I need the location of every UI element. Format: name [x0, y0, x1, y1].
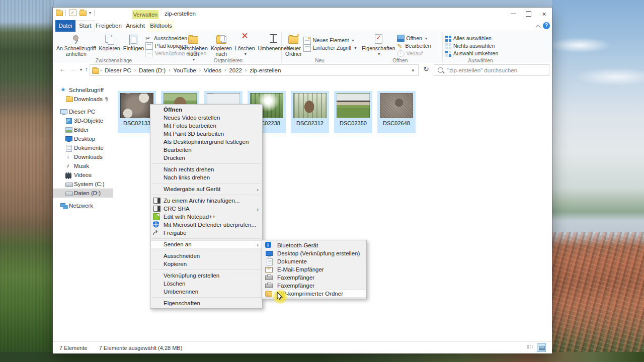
properties-quick-icon[interactable]: ✓ [69, 10, 76, 16]
explorer-folder-icon[interactable] [56, 10, 62, 16]
submenu-item-desktop[interactable]: Desktop (Verknüpfung erstellen) [262, 249, 366, 257]
menu-item-loeschen[interactable]: Löschen [150, 280, 262, 288]
menu-item-archiv-hinzufuegen[interactable]: Zu einem Archiv hinzufügen... [150, 197, 262, 205]
submenu-item-email[interactable]: E-Mail-Empfänger [262, 265, 366, 274]
refresh-icon[interactable]: ↻ [421, 65, 431, 73]
file-tile[interactable]: DSC02648 [377, 91, 416, 133]
back-button[interactable]: ← [58, 65, 67, 73]
forward-button[interactable]: → [68, 65, 77, 73]
menu-item-wiedergabe[interactable]: Wiedergabe auf Gerät› [150, 185, 262, 193]
sidebar-item-dokumente[interactable]: Dokumente [53, 143, 113, 152]
menu-item-paint3d[interactable]: Mit Paint 3D bearbeiten [150, 130, 262, 138]
details-view-button[interactable] [526, 343, 535, 352]
address-box[interactable]: › Dieser PC › Daten (D:) › YouTube › Vid… [90, 64, 419, 76]
sidebar-item-musik[interactable]: Musik [53, 161, 113, 170]
menu-item-ausschneiden[interactable]: Ausschneiden [150, 252, 262, 260]
address-dropdown-arrow[interactable]: ▾ [412, 68, 416, 73]
menu-item-umbenennen[interactable]: Umbenennen [150, 288, 262, 296]
minimize-button[interactable] [505, 8, 521, 20]
sidebar-item-desktop[interactable]: Desktop [53, 134, 113, 143]
menu-item-senden-an[interactable]: Senden an› [150, 240, 262, 248]
breadcrumb-daten-d[interactable]: Daten (D:) [136, 67, 168, 73]
history-clock-icon [397, 50, 405, 57]
zip-folder-icon [265, 291, 272, 296]
menu-item-crc-sha[interactable]: CRC SHA› [150, 205, 262, 213]
close-button[interactable]: × [536, 8, 552, 20]
new-item-icon [303, 37, 311, 44]
search-box[interactable] [434, 64, 549, 76]
sidebar-item-netzwerk[interactable]: Netzwerk [53, 201, 113, 210]
title-bar[interactable]: ✓ ▾ Verwalten zip-erstellen × [53, 8, 552, 20]
sidebar-item-dieser-pc[interactable]: Dieser PC [53, 107, 113, 116]
copy-button[interactable]: Kopieren [98, 34, 122, 52]
sidebar-item-system-c[interactable]: System (C:) [53, 179, 113, 189]
breadcrumb-youtube[interactable]: YouTube [171, 67, 198, 73]
tab-bildtools[interactable]: Bildtools [147, 20, 175, 32]
customize-toolbar-arrow[interactable]: ▾ [89, 11, 91, 15]
sidebar-item-videos[interactable]: Videos [53, 170, 113, 179]
history-button[interactable]: Verlauf [397, 50, 431, 57]
menu-item-rechts-drehen[interactable]: Nach rechts drehen [150, 165, 262, 173]
help-icon[interactable]: ? [543, 22, 550, 29]
menu-item-oeffnen[interactable]: Öffnen [150, 106, 262, 114]
edit-button[interactable]: Bearbeiten [397, 42, 431, 49]
menu-item-eigenschaften[interactable]: Eigenschaften [150, 299, 262, 307]
menu-item-desktophintergrund[interactable]: Als Desktophintergrund festlegen [150, 138, 262, 146]
documents-icon [65, 144, 72, 151]
delete-button[interactable]: Löschen [233, 34, 257, 57]
breadcrumb-zip-erstellen[interactable]: zip-erstellen [247, 67, 283, 73]
invert-selection-icon [445, 50, 451, 57]
new-folder-button[interactable]: Neuer Ordner [284, 34, 303, 57]
open-button[interactable]: Öffnen [397, 35, 431, 42]
menu-item-notepadpp[interactable]: Edit with Notepad++ [150, 213, 262, 221]
menu-item-verknuepfung[interactable]: Verknüpfung erstellen [150, 272, 262, 280]
sidebar-item-bilder[interactable]: Bilder [53, 125, 113, 134]
sidebar-item-schnellzugriff[interactable]: Schnellzugriff [53, 85, 113, 95]
submenu-item-fax-2[interactable]: Faxempfänger [262, 282, 366, 290]
properties-button[interactable]: Eigenschaften [360, 34, 397, 57]
wallpaper-grass [0, 352, 644, 362]
menu-item-defender[interactable]: Mit Microsoft Defender überprüfen... [150, 221, 262, 229]
file-name: DSC02648 [377, 120, 416, 126]
sidebar-item-downloads-pinned[interactable]: Downloads [53, 95, 113, 104]
menu-item-drucken[interactable]: Drucken [150, 154, 262, 162]
tab-start[interactable]: Start [75, 20, 95, 32]
breadcrumb-dieser-pc[interactable]: Dieser PC [102, 67, 133, 73]
menu-item-links-drehen[interactable]: Nach links drehen [150, 173, 262, 182]
maximize-button[interactable] [521, 8, 536, 20]
file-tile[interactable]: DSC02312 [291, 91, 329, 133]
menu-item-freigabe[interactable]: Freigabe [150, 229, 262, 237]
menu-item-neues-video[interactable]: Neues Video erstellen [150, 114, 262, 122]
collapse-ribbon-icon[interactable] [536, 25, 540, 29]
breadcrumb-2022[interactable]: 2022 [226, 67, 245, 73]
breadcrumb-videos[interactable]: Videos [201, 67, 224, 73]
new-item-button[interactable]: Neues Element [303, 37, 357, 44]
downloads-icon [65, 153, 72, 160]
file-tile[interactable]: DSC02350 [334, 91, 372, 133]
sidebar-item-daten-d[interactable]: Daten (D:) [53, 189, 113, 198]
navigation-pane: Schnellzugriff Downloads Dieser PC 3D-Ob… [53, 77, 113, 342]
copy-to-icon [215, 34, 227, 45]
tab-ansicht[interactable]: Ansicht [123, 20, 147, 32]
thumbnail-view-button[interactable] [537, 343, 546, 352]
new-folder-quick-icon[interactable] [79, 10, 86, 16]
submenu-item-dokumente[interactable]: Dokumente [262, 257, 366, 265]
pin-icon [70, 34, 82, 45]
submenu-item-fax-1[interactable]: Faxempfänger [262, 274, 366, 282]
search-input[interactable] [446, 67, 545, 74]
tab-datei[interactable]: Datei [55, 20, 75, 32]
menu-item-kopieren[interactable]: Kopieren [150, 260, 262, 268]
invert-selection-button[interactable]: Auswahl umkehren [445, 50, 498, 57]
sidebar-item-3d-objekte[interactable]: 3D-Objekte [53, 116, 113, 125]
menu-item-bearbeiten[interactable]: Bearbeiten [150, 146, 262, 154]
submenu-item-bluetooth[interactable]: Bluetooth-Gerät [262, 241, 366, 249]
easy-access-button[interactable]: Einfacher Zugriff [303, 44, 357, 51]
menu-item-mit-fotos[interactable]: Mit Fotos bearbeiten [150, 122, 262, 130]
pin-to-quick-access-button[interactable]: An Schnellzugriff anheften [55, 34, 98, 57]
paste-button[interactable]: Einfügen [122, 34, 145, 52]
select-none-button[interactable]: Nichts auswählen [445, 42, 498, 49]
tab-freigeben[interactable]: Freigeben [94, 20, 123, 32]
sidebar-item-downloads[interactable]: Downloads [53, 152, 113, 161]
network-icon [60, 202, 67, 209]
select-all-button[interactable]: Alles auswählen [445, 35, 498, 42]
